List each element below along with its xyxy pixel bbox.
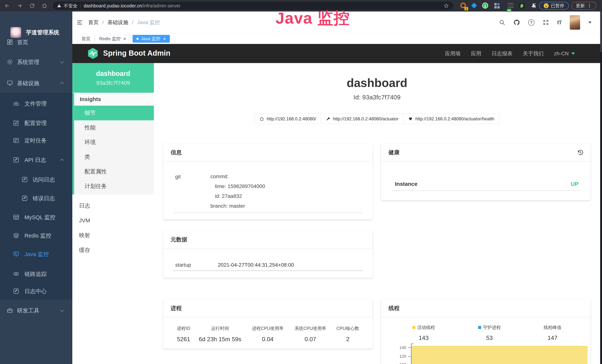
instance-header[interactable]: dashboard 93a3fc7f7409 bbox=[72, 63, 154, 93]
update-button[interactable]: 更新 bbox=[571, 2, 596, 10]
history-icon[interactable] bbox=[577, 149, 584, 156]
sba-item-logs[interactable]: 日志 bbox=[72, 198, 154, 213]
sidebar-item-api-log[interactable]: API 日志 bbox=[0, 154, 72, 166]
sidebar-item-error-log[interactable]: 错误日志 bbox=[0, 193, 72, 204]
extensions-puzzle-icon[interactable] bbox=[530, 3, 537, 9]
chevron-down-icon bbox=[60, 60, 64, 64]
font-size-icon[interactable] bbox=[557, 19, 562, 26]
scrollbar[interactable] bbox=[600, 11, 602, 364]
close-icon[interactable] bbox=[121, 36, 126, 42]
extension-orange-icon[interactable]: 1 bbox=[460, 3, 467, 9]
divider bbox=[173, 270, 363, 271]
sba-item-metrics[interactable]: 性能 bbox=[74, 120, 154, 135]
sidebar-item-access-log[interactable]: 访问日志 bbox=[0, 174, 72, 186]
sba-logo-icon[interactable] bbox=[87, 47, 99, 59]
navbar-actions bbox=[499, 11, 592, 33]
extension-grid-icon[interactable] bbox=[494, 3, 501, 9]
help-icon[interactable] bbox=[528, 19, 535, 26]
update-label: 更新 bbox=[576, 3, 585, 9]
sba-item-scheduled-tasks[interactable]: 计划任务 bbox=[74, 179, 154, 193]
monitor-icon bbox=[7, 80, 13, 86]
breadcrumb: 首页 基础设施 Java 监控 bbox=[88, 11, 160, 33]
tab-java[interactable]: Java 监控 bbox=[133, 35, 170, 43]
close-icon[interactable] bbox=[160, 36, 166, 42]
active-dot bbox=[137, 38, 139, 40]
process-card: 进程 进程ID5261 运行时间6d 23h 15m 59s 进程CPU使用率0… bbox=[163, 300, 373, 349]
sidebar-item-java[interactable]: Java 监控 bbox=[0, 248, 72, 260]
sba-nav-applications[interactable]: 应用 bbox=[471, 50, 481, 57]
page-title: dashboard bbox=[154, 76, 600, 90]
threads-peak: 线程峰值 147 bbox=[544, 324, 561, 341]
breadcrumb-infra[interactable]: 基础设施 bbox=[108, 19, 128, 26]
sba-brand-title[interactable]: Spring Boot Admin bbox=[103, 49, 170, 57]
insights-section-title: Insights bbox=[74, 93, 154, 106]
sidebar-item-infra[interactable]: 基础设施 bbox=[0, 77, 72, 89]
metadata-card: 元数据 startup 2021-04-27T00:44:31.254+08:0… bbox=[163, 231, 373, 278]
sidebar-item-files[interactable]: 文件管理 bbox=[0, 98, 72, 110]
reload-icon[interactable] bbox=[28, 2, 36, 10]
actuator-url-link[interactable]: http://192.168.0.2:48080/actuator bbox=[321, 114, 404, 124]
scrollbar-thumb[interactable] bbox=[600, 11, 602, 52]
extension-pin-icon[interactable] bbox=[471, 3, 477, 9]
home-icon[interactable] bbox=[41, 2, 48, 10]
extension-leaf-icon[interactable] bbox=[519, 3, 526, 9]
chevron-up-icon bbox=[60, 82, 64, 86]
extension-y-icon[interactable]: y bbox=[482, 3, 489, 9]
y-tick-label: 140 bbox=[391, 345, 406, 350]
chevron-down-icon[interactable] bbox=[588, 21, 592, 23]
avatar[interactable] bbox=[570, 15, 580, 30]
bookmark-star-icon[interactable] bbox=[444, 3, 449, 8]
sba-item-jvm[interactable]: JVM bbox=[72, 213, 154, 228]
annotation-text: Java 监控 bbox=[276, 7, 350, 29]
sba-item-config-props[interactable]: 配置属性 bbox=[74, 164, 154, 179]
log-edit-icon bbox=[13, 288, 20, 295]
sba-item-environment[interactable]: 环境 bbox=[74, 135, 154, 150]
sidebar-item-redis[interactable]: Redis 监控 bbox=[0, 230, 72, 242]
legend-blue-icon bbox=[478, 326, 481, 329]
sba-main: dashboard Id: 93a3fc7f7409 http://192.16… bbox=[154, 63, 600, 364]
paused-badge[interactable]: 已暂停 bbox=[539, 2, 569, 10]
forward-icon[interactable] bbox=[16, 2, 23, 10]
back-icon[interactable] bbox=[3, 2, 11, 10]
sba-nav-about[interactable]: 关于我们 bbox=[523, 50, 544, 57]
chevron-down-icon bbox=[571, 53, 575, 55]
health-card: 健康 Instance UP bbox=[381, 144, 591, 200]
sidebar-item-mysql[interactable]: MySQL 监控 bbox=[0, 211, 72, 223]
fullscreen-icon[interactable] bbox=[543, 19, 549, 26]
tab-redis[interactable]: Redis 监控 bbox=[95, 35, 130, 43]
sba-item-mappings[interactable]: 映射 bbox=[72, 228, 154, 243]
menu-dots-icon bbox=[587, 3, 592, 9]
process-col-sys-cpu: 系统CPU使用率0.07 bbox=[295, 325, 326, 343]
sidebar-item-config[interactable]: 配置管理 bbox=[0, 117, 72, 129]
hamburger-icon[interactable] bbox=[76, 19, 83, 26]
sba-sidebar: dashboard 93a3fc7f7409 Insights 细节 性能 环境… bbox=[72, 63, 154, 364]
sba-item-classes[interactable]: 类 bbox=[74, 150, 154, 164]
health-url-link[interactable]: http://192.168.0.2:48080/actuator/health bbox=[403, 114, 499, 124]
card-title: 健康 bbox=[381, 144, 591, 161]
divider bbox=[173, 213, 363, 213]
address-bar[interactable]: 不安全 dashboard.yudao.iocoder.cn/infra/adm… bbox=[53, 2, 453, 10]
breadcrumb-separator bbox=[102, 20, 104, 25]
threads-daemon: 守护进程 53 bbox=[478, 324, 501, 341]
sba-nav-journal[interactable]: 日志报表 bbox=[492, 50, 512, 57]
sidebar-item-system[interactable]: 系统管理 bbox=[0, 56, 72, 68]
card-title: 进程 bbox=[163, 300, 373, 317]
service-url-link[interactable]: http://192.168.0.2:48080/ bbox=[255, 114, 321, 124]
breadcrumb-home[interactable]: 首页 bbox=[88, 19, 99, 26]
locale-select[interactable]: zh-CN bbox=[554, 51, 575, 57]
security-label[interactable]: 不安全 bbox=[64, 3, 77, 9]
sidebar-item-home[interactable]: 首页 bbox=[0, 36, 72, 48]
extension-switch-icon[interactable]: on bbox=[508, 3, 514, 9]
sba-nav-wallboard[interactable]: 应用墙 bbox=[445, 50, 461, 57]
search-icon[interactable] bbox=[499, 19, 505, 26]
sba-nav: 应用墙 应用 日志报表 关于我们 zh-CN bbox=[445, 44, 575, 63]
github-icon[interactable] bbox=[513, 19, 520, 26]
sidebar-item-log-center[interactable]: 日志中心 bbox=[0, 285, 72, 297]
sidebar-item-dev-tools[interactable]: 研发工具 bbox=[0, 305, 72, 317]
sidebar-item-tracing[interactable]: 链路追踪 bbox=[0, 268, 72, 280]
chevron-up-icon bbox=[60, 159, 64, 162]
tab-home[interactable]: 首页 bbox=[78, 35, 94, 43]
sba-item-caches[interactable]: 缓存 bbox=[72, 243, 154, 257]
sba-item-details[interactable]: 细节 bbox=[74, 106, 154, 120]
sidebar-item-jobs[interactable]: 定时任务 bbox=[0, 135, 72, 147]
